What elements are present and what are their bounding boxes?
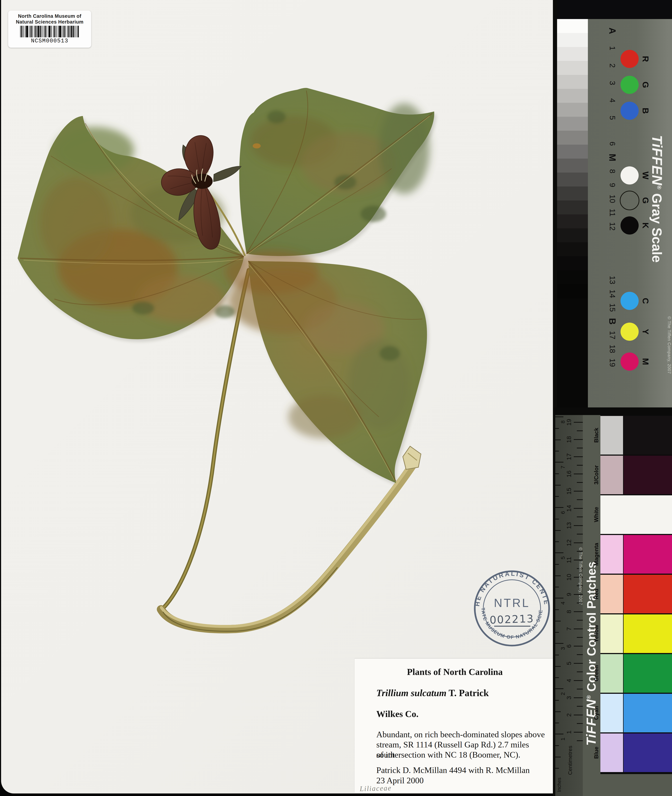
gray-index-14: 14	[607, 288, 618, 299]
gray-wedge-step	[557, 89, 588, 103]
cm-half-tick	[577, 740, 583, 741]
cm-tick	[574, 491, 583, 492]
gray-index-12: 12	[607, 221, 618, 232]
gray-wedge-step	[557, 117, 588, 131]
patch-yellow-light	[600, 614, 623, 653]
species-name: Trillium sulcatum	[376, 688, 446, 698]
cm-number-18: 18	[565, 435, 573, 444]
inch-number-6: 6	[559, 508, 566, 517]
gray-wedge-step	[557, 145, 588, 159]
cm-half-tick	[577, 482, 583, 483]
inch-tick	[555, 462, 563, 462]
label-heading: Plants of North Carolina	[355, 667, 555, 677]
species-line: Trillium sulcatum T. Patrick	[376, 687, 489, 698]
patch-red-strong	[624, 575, 672, 613]
patch-magenta-strong	[624, 535, 672, 574]
inch-sub-tick	[555, 666, 561, 667]
gray-wedge-step	[557, 256, 588, 270]
inch-sub-tick	[555, 440, 561, 440]
naturalist-center-stamp: THE NATURALIST CENTER NC STATE MUSEUM OF…	[472, 569, 552, 648]
cm-half-tick	[577, 499, 583, 500]
inch-sub-tick	[555, 428, 559, 429]
cm-number-8: 8	[565, 607, 573, 616]
patch-black-light	[600, 416, 623, 454]
gray-index-19: 19	[607, 357, 618, 368]
cm-tick	[574, 542, 583, 543]
inch-sub-tick	[555, 473, 559, 474]
cm-tick	[574, 646, 583, 646]
inch-number-1: 1	[559, 735, 566, 743]
inch-sub-tick	[555, 632, 559, 633]
inch-sub-tick	[555, 575, 561, 576]
gray-wedge-step	[557, 19, 588, 33]
patch-cyan-light	[600, 694, 623, 732]
gray-index-8: 8	[607, 166, 618, 177]
gray-card-dot-letter-red: R	[640, 53, 651, 64]
cm-number-9: 9	[565, 590, 573, 599]
cm-tick	[574, 732, 583, 732]
gray-wedge-step	[557, 61, 588, 75]
patch-label-black: Black	[593, 424, 600, 446]
inch-sub-tick	[555, 621, 561, 622]
gray-card-dot-letter-blue: B	[640, 105, 651, 116]
inch-tick	[555, 417, 563, 417]
gray-wedge-step	[557, 173, 588, 187]
cm-tick	[574, 439, 583, 440]
gray-card-dot-yellow	[621, 323, 638, 341]
cm-tick	[574, 663, 583, 664]
cm-half-tick	[577, 516, 583, 517]
cm-number-12: 12	[565, 538, 573, 547]
patch-cyan-strong	[624, 694, 672, 732]
gray-wedge-step	[557, 33, 588, 47]
inch-sub-tick	[555, 485, 561, 486]
tiffen-color-control-patches-card: 1918171615141312111098765432187654321Cen…	[553, 415, 672, 796]
gray-index-A: A	[607, 26, 618, 36]
inch-tick	[555, 552, 563, 553]
patch-black-strong	[624, 416, 672, 454]
inch-sub-tick	[555, 722, 559, 723]
gray-index-11: 11	[607, 207, 618, 218]
cm-number-13: 13	[565, 521, 573, 530]
gray-index-10: 10	[607, 193, 618, 204]
inch-number-8: 8	[559, 417, 566, 427]
patch-red-light	[600, 575, 623, 613]
card-gap	[553, 408, 672, 415]
inch-sub-tick	[555, 496, 559, 497]
inch-tick	[555, 688, 563, 689]
county: Wilkes Co.	[376, 709, 418, 719]
cm-number-2: 2	[565, 710, 573, 719]
cm-half-tick	[577, 637, 583, 638]
gray-index-M: M	[607, 152, 618, 163]
inch-number-2: 2	[559, 689, 566, 698]
cm-half-tick	[577, 430, 583, 431]
inch-sub-tick	[555, 609, 559, 610]
gray-index-6: 6	[607, 138, 618, 149]
gray-wedge-step	[557, 131, 588, 145]
patch-label-magenta: Magenta	[593, 543, 600, 565]
gray-card-dot-gray-outline	[620, 191, 639, 210]
patch-green-strong	[624, 654, 672, 693]
patch-3/color-strong	[624, 456, 672, 494]
gray-index-5: 5	[607, 112, 618, 123]
gray-card-dot-green	[621, 76, 638, 94]
gray-wedge-step	[557, 158, 588, 173]
inch-tick	[555, 643, 563, 644]
inch-sub-tick	[555, 587, 559, 587]
herbarium-sheet-photo: North Carolina Museum of Natural Science…	[0, 0, 672, 796]
inch-sub-tick	[555, 451, 559, 451]
inch-number-7: 7	[559, 463, 566, 472]
gray-card-dot-cyan	[621, 292, 638, 310]
museum-barcode-label: North Carolina Museum of Natural Science…	[8, 11, 91, 48]
gray-wedge-step	[557, 187, 588, 201]
patch-label-green: Green	[593, 662, 600, 684]
collector-line: Patrick D. McMillan 4494 with R. McMilla…	[376, 765, 530, 775]
cm-number-5: 5	[565, 659, 573, 668]
patch-yellow-strong	[624, 614, 672, 653]
cm-number-4: 4	[565, 676, 573, 685]
patch-label-white: White	[593, 503, 600, 526]
gray-index-15: 15	[607, 302, 618, 313]
gray-index-1: 1	[607, 43, 618, 54]
inch-sub-tick	[555, 541, 559, 542]
specimen-label: Plants of North Carolina Trillium sulcat…	[355, 659, 555, 793]
species-author: T. Patrick	[446, 688, 489, 698]
